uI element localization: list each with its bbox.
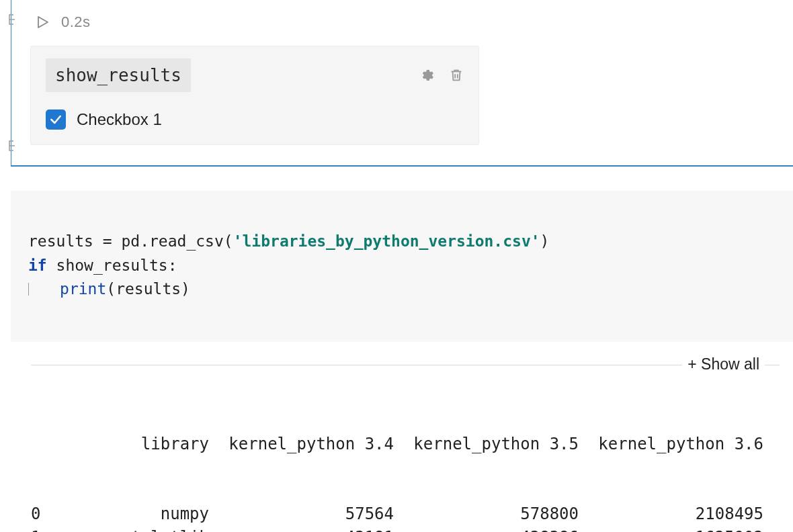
col-library: library [65,433,209,456]
code-line-3: print(results) [28,280,190,298]
widget-variable-name[interactable]: show_results [46,58,191,92]
col-k35: kernel_python 3.5 [394,433,579,456]
run-icon[interactable] [36,15,49,29]
svg-marker-2 [38,17,48,28]
table-header: library kernel_python 3.4 kernel_python … [31,433,793,456]
checkbox-1[interactable] [46,109,66,130]
table-row: 0numpy575645788002108495 [31,502,793,526]
table-row: 1matplotlib431814383861625902 [31,526,793,532]
show-all-button[interactable]: + Show all [682,355,765,373]
code-line-2: if show_results: [28,257,177,274]
fold-bottom-icon[interactable] [7,140,16,152]
widget-cell[interactable]: 0.2s show_results Checkbox 1 [11,0,793,167]
code-cell[interactable]: results = pd.read_csv('libraries_by_pyth… [11,191,793,342]
output-table: library kernel_python 3.4 kernel_python … [31,386,793,532]
col-k36: kernel_python 3.6 [579,433,763,456]
execution-time: 0.2s [61,13,90,31]
cell-header: 0.2s [11,0,793,31]
widget-panel: show_results Checkbox 1 [30,46,479,145]
checkbox-1-label: Checkbox 1 [77,110,162,129]
trash-icon[interactable] [449,68,464,83]
col-k34: kernel_python 3.4 [209,433,394,456]
code-line-1: results = pd.read_csv('libraries_by_pyth… [28,232,549,250]
output-area: + Show all library kernel_python 3.4 ker… [31,365,793,532]
output-rule [31,365,780,365]
gear-icon[interactable] [419,68,434,83]
